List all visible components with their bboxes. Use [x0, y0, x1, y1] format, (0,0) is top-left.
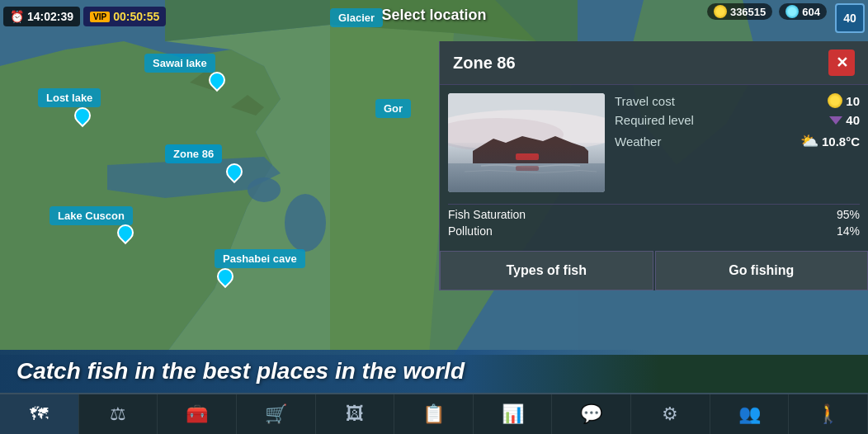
- svg-rect-10: [516, 153, 539, 160]
- nav-location[interactable]: 🗺: [0, 394, 79, 434]
- pin-cuscon: [117, 224, 134, 244]
- bottom-banner: Catch fish in the best places in the wor…: [0, 350, 660, 393]
- currency-display: 336515 604: [707, 3, 827, 20]
- bottom-stats: Fish Saturation 95% Pollution 14%: [440, 208, 868, 248]
- types-of-fish-button[interactable]: Types of fish: [440, 251, 653, 290]
- level-badge: 40: [835, 3, 865, 33]
- svg-rect-8: [473, 151, 588, 163]
- pashabei-label: Pashabei cave: [223, 252, 297, 265]
- diamonds-display: 604: [779, 3, 827, 20]
- location-gor[interactable]: Gor: [375, 99, 411, 118]
- vip-badge: VIP: [90, 12, 110, 22]
- weather-label: Weather: [615, 134, 661, 149]
- nav-settings[interactable]: ⚙: [631, 394, 710, 434]
- time-value: 14:02:39: [27, 10, 73, 23]
- go-fishing-button[interactable]: Go fishing: [655, 251, 869, 290]
- nav-chat[interactable]: 💬: [552, 394, 631, 434]
- select-location-title: Select location: [381, 7, 486, 24]
- pin-lost: [74, 107, 91, 127]
- coin-icon: [714, 5, 727, 18]
- location-zone86[interactable]: Zone 86: [165, 144, 222, 163]
- cuscon-label: Lake Cuscon: [58, 210, 125, 222]
- coins-value: 336515: [730, 6, 766, 18]
- location-lost[interactable]: Lost lake: [38, 88, 101, 107]
- diamond-icon: [785, 5, 799, 18]
- action-buttons: Types of fish Go fishing: [440, 248, 868, 290]
- cloud-icon: ⛅: [800, 132, 818, 150]
- vip-timer-value: 00:50:55: [113, 10, 159, 23]
- pin-pashabei: [217, 268, 234, 288]
- stats-panel: Travel cost 10 Required level 40 Weather…: [615, 93, 860, 192]
- info-panel: Zone 86 ✕: [439, 41, 868, 290]
- diamonds-value: 604: [802, 6, 820, 18]
- pin-zone86: [226, 163, 243, 183]
- pollution-row: Pollution 14%: [448, 224, 860, 238]
- svg-point-1: [285, 194, 326, 252]
- banner-text: Catch fish in the best places in the wor…: [17, 358, 644, 384]
- nav-friends[interactable]: 👥: [710, 394, 790, 434]
- time-display: ⏰ 14:02:39: [3, 7, 80, 26]
- lost-label: Lost lake: [46, 92, 92, 104]
- fish-saturation-label: Fish Saturation: [448, 208, 526, 221]
- coins-display: 336515: [707, 3, 772, 20]
- nav-balance[interactable]: ⚖: [79, 394, 158, 434]
- svg-rect-11: [516, 166, 539, 171]
- fish-saturation-row: Fish Saturation 95%: [448, 208, 860, 221]
- panel-content: Travel cost 10 Required level 40 Weather…: [440, 85, 868, 200]
- travel-cost-row: Travel cost 10: [615, 93, 860, 108]
- nav-exit[interactable]: 🚶: [789, 394, 868, 434]
- location-pashabei[interactable]: Pashabei cave: [215, 249, 305, 268]
- svg-rect-9: [448, 163, 605, 192]
- required-level-row: Required level 40: [615, 113, 860, 127]
- panel-header: Zone 86 ✕: [440, 41, 868, 85]
- location-cuscon[interactable]: Lake Cuscon: [50, 206, 133, 225]
- level-diamond-icon: [829, 116, 842, 125]
- nav-gallery[interactable]: 🖼: [316, 394, 395, 434]
- pollution-value: 14%: [837, 224, 860, 238]
- travel-coin-icon: [828, 93, 842, 108]
- close-button[interactable]: ✕: [828, 50, 855, 76]
- nav-shop[interactable]: 🛒: [237, 394, 316, 434]
- location-sawai[interactable]: Sawai lake: [144, 54, 215, 73]
- nav-equipment[interactable]: 🧰: [158, 394, 237, 434]
- pollution-label: Pollution: [448, 224, 493, 238]
- pin-sawai: [209, 72, 225, 92]
- nav-tasks[interactable]: 📋: [394, 394, 474, 434]
- clock-icon: ⏰: [10, 10, 24, 23]
- zone86-label: Zone 86: [173, 148, 214, 160]
- sawai-label: Sawai lake: [153, 57, 207, 69]
- nav-bar: 🗺 ⚖ 🧰 🛒 🖼 📋 📊 💬 ⚙ 👥 🚶: [0, 393, 868, 434]
- vip-timer: VIP 00:50:55: [83, 7, 166, 26]
- travel-cost-value: 10: [828, 93, 860, 108]
- gor-label: Gor: [384, 102, 403, 115]
- required-level-value: 40: [829, 113, 860, 127]
- location-image: [448, 93, 605, 192]
- travel-cost-label: Travel cost: [615, 94, 675, 108]
- weather-value: ⛅ 10.8°C: [800, 132, 860, 150]
- required-level-label: Required level: [615, 113, 694, 127]
- nav-stats[interactable]: 📊: [474, 394, 553, 434]
- fish-saturation-value: 95%: [837, 208, 860, 221]
- weather-row: Weather ⛅ 10.8°C: [615, 132, 860, 150]
- panel-title: Zone 86: [453, 54, 516, 73]
- panel-divider: [448, 204, 860, 205]
